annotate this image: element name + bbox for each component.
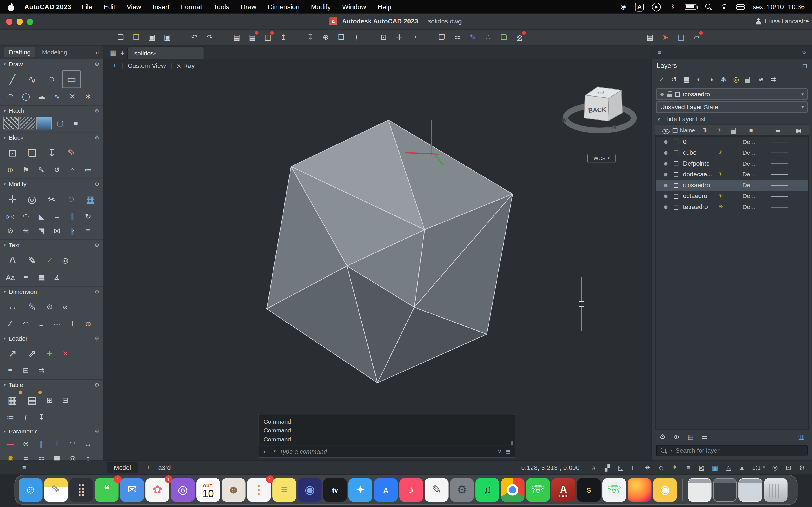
tab-drafting[interactable]: Drafting [4,47,35,57]
spell-check-icon[interactable]: ✓ [43,254,57,267]
break-tool-icon[interactable]: ∦ [65,224,80,237]
layer-list-header[interactable]: Name ⇅ ☀ ≡ ▤ ▦ [655,125,809,136]
section-settings-icon[interactable]: ⚙ [94,107,100,114]
dock-launchpad[interactable]: ⣿ [69,478,93,502]
field-icon[interactable]: ƒ [351,32,362,43]
annotation-autoscale-icon[interactable]: ▲ [738,463,746,472]
layer-search-field[interactable]: ▾ [656,445,808,456]
dock-photos[interactable]: ✿1 [146,478,169,502]
fix-constraint-icon[interactable]: ◉ [3,452,17,460]
command-input[interactable]: Type a command [280,448,327,455]
hatch-boundary-icon[interactable]: ▢ [53,117,67,129]
export-icon[interactable]: ↧ [305,32,316,43]
undo-icon[interactable]: ↶ [189,32,200,43]
dock-appletv[interactable]: tv [323,478,347,502]
attach-xref-icon[interactable]: ❐ [336,32,347,43]
dock-reminders[interactable]: ⋮1 [247,478,271,502]
dock-chrome[interactable] [501,478,524,502]
dock-whatsapp[interactable]: ☏ [526,478,550,502]
zoom-window-button[interactable] [27,18,33,25]
layer-row-tetraedro[interactable]: tetraedro☀De... [656,202,808,213]
dock-siri[interactable]: ◉ [298,478,321,502]
lasso-select-icon[interactable]: ◌ [62,190,80,208]
close-window-button[interactable] [6,18,12,25]
continue-dimension-icon[interactable]: ⋯ [50,318,64,330]
array-tool-icon[interactable]: ▦ [82,190,100,208]
tab-modeling[interactable]: Modeling [37,47,72,57]
manage-blocks-icon[interactable]: ≔ [81,163,95,176]
edit-block-icon[interactable]: ✎ [62,144,81,161]
layer-row-Defpoints[interactable]: DefpointsDe... [656,158,808,169]
trim-tool-icon[interactable]: ✂ [42,190,61,208]
collapse-arrow-icon[interactable]: ▾ [4,182,6,187]
dock-calendar[interactable]: OUT.10 [196,478,220,502]
dock-appstore[interactable]: A [374,478,398,502]
ordinate-dimension-icon[interactable]: ⊥ [65,318,80,330]
layer-freeze-icon[interactable]: ☀ [718,204,723,210]
vertical-constraint-icon[interactable]: ↕ [81,452,95,460]
hatch-pattern-cross-icon[interactable] [20,117,35,129]
layer-color-swatch[interactable] [674,194,679,199]
lock-column-icon[interactable] [731,128,736,134]
sync-attributes-icon[interactable]: ↺ [50,163,64,176]
layer-color-swatch[interactable] [674,205,679,210]
collapse-arrow-icon[interactable]: ▾ [4,336,6,341]
dock-window-preview-3[interactable] [739,478,762,502]
define-attribute-icon[interactable]: ⚑ [18,163,33,176]
now-playing-icon[interactable]: ▶ [652,2,661,11]
palette-add-icon[interactable]: + [6,463,14,472]
dock-stickies[interactable]: ≡ [272,478,296,502]
dock-music[interactable]: ♪ [399,478,423,502]
section-settings-icon[interactable]: ⚙ [94,335,100,342]
dock-autocad[interactable]: ACAD [552,478,575,502]
annotation-visibility-icon[interactable]: △ [725,463,732,472]
recent-commands-icon[interactable]: ∨ [498,448,502,454]
collect-leaders-icon[interactable]: ⊟ [18,364,33,377]
ucs-dropdown[interactable]: WCS ▾ [587,154,616,163]
apple-menu-icon[interactable] [7,3,14,11]
plot-column-icon[interactable]: ▦ [796,127,801,134]
collapse-arrow-icon[interactable]: ▾ [4,108,6,113]
import-text-icon[interactable]: ▤ [34,271,49,283]
annotation-scale-dropdown[interactable]: 1:1 ▾ [752,464,765,471]
current-layer-dropdown[interactable]: icosaedro ▾ [656,89,808,100]
diameter-dimension-icon[interactable]: ⌀ [58,300,72,313]
geometric-constraint-icon[interactable]: ― [3,438,17,450]
dock-trash[interactable] [764,478,788,502]
layer-row-octaedro[interactable]: octaedro☀De... [656,191,808,202]
layer-search-input[interactable] [675,447,804,454]
angular-dimension-icon[interactable]: ∠ [3,318,17,330]
spotlight-icon[interactable] [705,3,712,10]
table-from-data-icon[interactable]: ▤ [23,391,42,409]
section-header-draw[interactable]: ▾Draw⚙ [0,59,103,69]
leader-style-icon[interactable]: ⇉ [34,364,49,377]
edit-leader-icon[interactable]: ⇗ [23,344,42,362]
set-current-layer-icon[interactable]: ✓ [658,75,666,83]
model-tab[interactable]: Model [107,462,138,473]
tab-solidos[interactable]: solidos* [128,47,204,59]
layer-fade-icon[interactable]: ▭ [701,432,709,441]
linetype-column-icon[interactable]: ▤ [775,127,781,134]
section-header-leader[interactable]: ▾Leader⚙ [0,333,103,344]
control-center-icon[interactable] [737,4,745,10]
model-viewport[interactable]: + | Custom View | X-Ray [103,59,651,460]
tool-palettes-icon[interactable]: ▤ [644,32,656,43]
layer-color-swatch[interactable] [674,161,679,166]
equal-constraint-icon[interactable]: = [18,452,33,460]
sheet-set-icon[interactable]: ◫ [675,32,687,43]
section-header-dimension[interactable]: ▾Dimension⚙ [0,287,103,297]
section-header-modify[interactable]: ▾Modify⚙ [0,179,103,189]
viewport-canvas[interactable]: BACK TOP W N [103,59,651,460]
object-snap-icon[interactable]: ⌖ [671,463,679,472]
attach-reference-icon[interactable]: ⊕ [3,163,17,176]
layer-off-icon[interactable]: ◎ [732,75,740,83]
measure-icon[interactable]: ≍ [452,32,463,43]
section-settings-icon[interactable]: ⚙ [94,428,100,435]
arc-tool-icon[interactable]: ◠ [3,90,17,103]
signed-in-user[interactable]: Luisa Lancastre [755,13,809,29]
collapse-arrow-icon[interactable]: ▾ [4,383,6,387]
section-settings-icon[interactable]: ⚙ [94,242,100,249]
auto-constrain-icon[interactable]: ▦ [50,452,64,460]
command-input-row[interactable]: >_ ▾ Type a command ∨ ▤ [259,445,515,457]
isolate-layer-icon[interactable]: ◐ [695,75,703,83]
